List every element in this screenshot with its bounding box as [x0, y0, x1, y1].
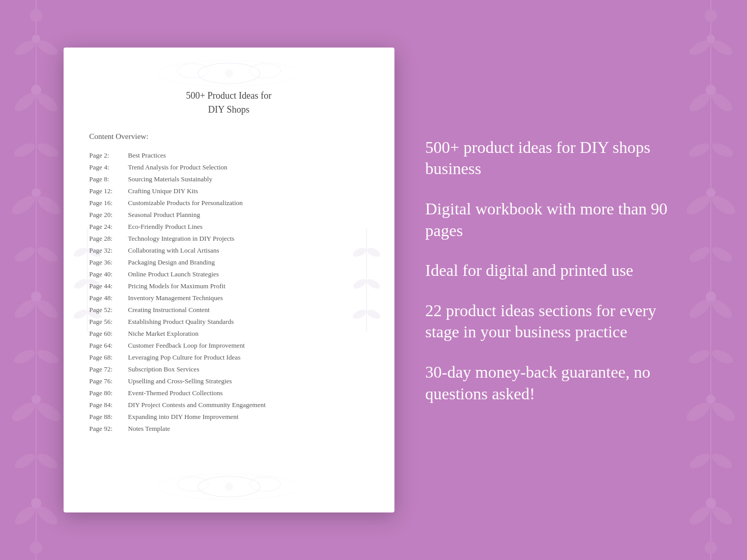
toc-item-text: DIY Project Contests and Community Engag… [128, 401, 266, 409]
svg-point-71 [72, 277, 88, 290]
svg-point-50 [706, 395, 715, 404]
svg-point-16 [31, 291, 41, 302]
toc-item-text: Sourcing Materials Sustainably [128, 175, 212, 183]
toc-item-text: Seasonal Product Planning [128, 211, 200, 219]
table-row: Page 40:Online Product Launch Strategies [89, 268, 369, 280]
toc-item-text: Trend Analysis for Product Selection [128, 163, 227, 172]
svg-point-22 [12, 451, 37, 471]
svg-point-72 [86, 277, 102, 290]
toc-item-text: Inventory Management Techniques [128, 294, 223, 302]
toc-page-number: Page 8: [89, 175, 128, 183]
toc-page-number: Page 68: [89, 353, 128, 362]
doc-watermark-top [151, 58, 307, 89]
table-row: Page 52:Creating Instructional Content [89, 304, 369, 316]
toc-page-number: Page 92: [89, 425, 128, 433]
table-row: Page 24:Eco-Friendly Product Lines [89, 221, 369, 232]
svg-point-7 [12, 141, 37, 160]
table-row: Page 60:Niche Market Exploration [89, 328, 369, 339]
toc-page-number: Page 20: [89, 211, 128, 219]
svg-point-76 [351, 246, 367, 259]
svg-point-61 [250, 64, 281, 78]
table-row: Page 84:DIY Project Contests and Communi… [89, 399, 369, 411]
toc-item-text: Customer Feedback Loop for Improvement [128, 341, 245, 350]
svg-point-66 [250, 477, 281, 491]
table-row: Page 20:Seasonal Product Planning [89, 209, 369, 221]
svg-point-78 [352, 277, 368, 290]
toc-page-number: Page 64: [89, 341, 128, 350]
toc-item-text: Notes Template [128, 425, 171, 433]
svg-point-52 [710, 451, 735, 471]
svg-point-64 [225, 483, 233, 491]
table-row: Page 44:Pricing Models for Maximum Profi… [89, 280, 369, 292]
toc-page-number: Page 12: [89, 187, 128, 195]
table-row: Page 68:Leveraging Pop Culture for Produ… [89, 351, 369, 363]
toc-page-number: Page 84: [89, 401, 128, 409]
svg-point-81 [365, 308, 381, 321]
toc-item-text: Establishing Product Quality Standards [128, 318, 234, 326]
toc-page-number: Page 72: [89, 365, 128, 374]
toc-item-text: Technology Integration in DIY Projects [128, 235, 235, 243]
svg-point-3 [32, 35, 40, 43]
svg-point-77 [365, 246, 381, 259]
toc-page-number: Page 2: [89, 151, 128, 160]
table-row: Page 12:Crafting Unique DIY Kits [89, 185, 369, 197]
toc-item-text: Niche Market Exploration [128, 330, 199, 338]
svg-point-69 [72, 246, 88, 259]
table-row: Page 80:Event-Themed Product Collections [89, 387, 369, 399]
svg-point-32 [707, 35, 715, 43]
toc-item-text: Creating Instructional Content [128, 306, 210, 314]
svg-point-80 [351, 308, 367, 321]
svg-point-47 [710, 347, 735, 366]
svg-point-65 [177, 477, 208, 491]
table-row: Page 36:Packaging Design and Branding [89, 256, 369, 268]
toc-item-text: Online Product Launch Strategies [128, 270, 219, 278]
document-panel: 500+ Product Ideas for DIY Shops Content… [64, 48, 394, 512]
table-row: Page 2:Best Practices [89, 149, 369, 161]
feature-item: Ideal for digital and printed use [425, 260, 684, 282]
table-row: Page 32:Collaborating with Local Artisan… [89, 244, 369, 256]
toc-item-text: Best Practices [128, 151, 166, 160]
feature-item: Digital workbook with more than 90 pages [425, 198, 684, 241]
svg-point-41 [687, 244, 712, 265]
toc-item-text: Leveraging Pop Culture for Product Ideas [128, 353, 241, 362]
svg-point-36 [687, 141, 711, 160]
main-content: 500+ Product Ideas for DIY Shops Content… [64, 48, 684, 512]
svg-point-79 [365, 277, 381, 290]
svg-point-46 [687, 347, 711, 366]
toc-page-number: Page 4: [89, 163, 128, 172]
document-title: 500+ Product Ideas for DIY Shops [89, 89, 369, 117]
doc-watermark-bottom [151, 471, 307, 502]
toc-item-text: Collaborating with Local Artisans [128, 246, 220, 255]
svg-point-23 [35, 451, 60, 471]
svg-rect-75 [366, 228, 367, 332]
toc-item-text: Subscription Box Services [128, 365, 200, 374]
svg-point-8 [35, 141, 60, 160]
toc-item-text: Eco-Friendly Product Lines [128, 223, 203, 231]
table-row: Page 76:Upselling and Cross-Selling Stra… [89, 375, 369, 387]
svg-point-57 [705, 541, 717, 554]
table-row: Page 88:Expanding into DIY Home Improvem… [89, 411, 369, 423]
svg-point-6 [31, 85, 41, 95]
svg-point-28 [30, 541, 42, 554]
floral-decoration-right [675, 0, 747, 560]
svg-point-70 [86, 246, 102, 259]
table-row: Page 64:Customer Feedback Loop for Impro… [89, 339, 369, 351]
toc-item-text: Crafting Unique DIY Kits [128, 187, 199, 195]
feature-item: 22 product ideas sections for every stag… [425, 300, 684, 343]
toc-item-text: Customizable Products for Personalizatio… [128, 199, 243, 207]
svg-rect-68 [87, 228, 88, 332]
svg-point-56 [705, 9, 717, 22]
svg-point-26 [31, 498, 41, 508]
toc-page-number: Page 88: [89, 413, 128, 421]
svg-point-13 [35, 244, 60, 265]
svg-point-55 [706, 498, 716, 508]
toc-page-number: Page 80: [89, 389, 128, 397]
table-row: Page 28:Technology Integration in DIY Pr… [89, 232, 369, 244]
toc-item-text: Upselling and Cross-Selling Strategies [128, 377, 232, 385]
svg-point-40 [706, 188, 715, 197]
toc-item-text: Expanding into DIY Home Improvement [128, 413, 239, 421]
table-row: Page 48:Inventory Management Techniques [89, 292, 369, 304]
table-row: Page 4:Trend Analysis for Product Select… [89, 161, 369, 173]
svg-point-17 [12, 347, 37, 366]
svg-point-60 [177, 64, 208, 78]
